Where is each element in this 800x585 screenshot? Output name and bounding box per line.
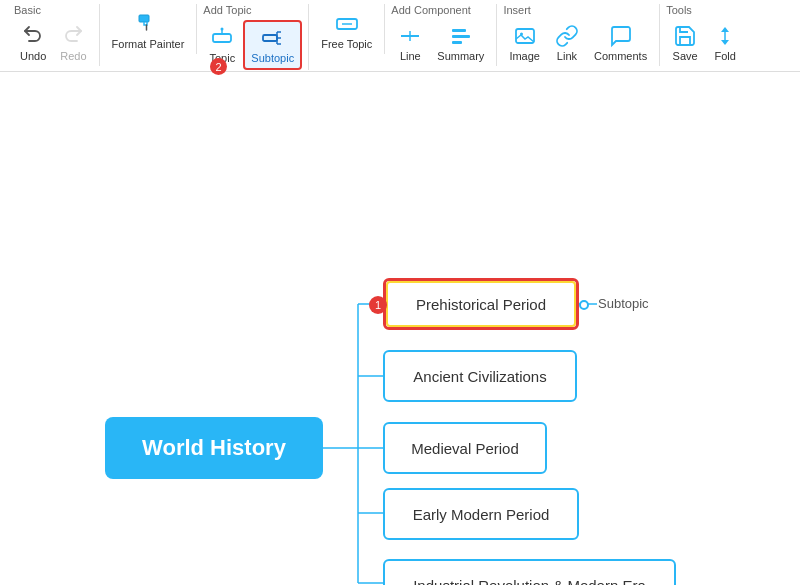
- prehistorical-label: Prehistorical Period: [416, 296, 546, 313]
- redo-button[interactable]: Redo: [54, 20, 92, 66]
- image-label: Image: [509, 50, 540, 62]
- toolbar-group-insert: Insert Image Link: [497, 4, 660, 66]
- early-modern-node[interactable]: Early Modern Period: [383, 488, 579, 540]
- redo-label: Redo: [60, 50, 86, 62]
- format-painter-label: Format Painter: [112, 38, 185, 50]
- subtopic-label: Subtopic: [251, 52, 294, 64]
- redo-icon: [61, 24, 85, 48]
- subtopic-badge: 2: [210, 58, 227, 75]
- summary-icon: [449, 24, 473, 48]
- subtopic-icon: [261, 26, 285, 50]
- toolbar-items-tools: Save Fold: [666, 20, 744, 66]
- early-modern-label: Early Modern Period: [413, 506, 550, 523]
- line-button[interactable]: Line: [391, 20, 429, 66]
- group-label-add-component: Add Component: [391, 4, 471, 16]
- link-label: Link: [557, 50, 577, 62]
- industrial-revolution-node[interactable]: Industrial Revolution & Modern Era: [383, 559, 676, 585]
- ancient-civilizations-node[interactable]: Ancient Civilizations: [383, 350, 577, 402]
- link-icon: [555, 24, 579, 48]
- group-label-basic: Basic: [14, 4, 41, 16]
- save-button[interactable]: Save: [666, 20, 704, 66]
- undo-button[interactable]: Undo: [14, 20, 52, 66]
- subtopic-dot: [579, 300, 589, 310]
- fold-label: Fold: [714, 50, 735, 62]
- svg-point-4: [221, 28, 224, 31]
- group-label-add-topic: Add Topic: [203, 4, 251, 16]
- toolbar-items-format: Format Painter: [106, 8, 191, 54]
- image-icon: [513, 24, 537, 48]
- format-painter-icon: [136, 12, 160, 36]
- line-icon: [398, 24, 422, 48]
- summary-button[interactable]: Summary: [431, 20, 490, 66]
- industrial-label: Industrial Revolution & Modern Era: [413, 577, 646, 586]
- svg-rect-15: [452, 35, 470, 38]
- topic-icon: [210, 26, 234, 50]
- prehistorical-inner: Prehistorical Period: [386, 281, 576, 327]
- world-history-node[interactable]: World History: [105, 417, 323, 479]
- free-topic-label: Free Topic: [321, 38, 372, 50]
- free-topic-icon: [335, 12, 359, 36]
- node-badge: 1: [369, 296, 387, 314]
- toolbar-group-add-component: Add Component Line Summary: [385, 4, 497, 66]
- toolbar-group-basic: Basic Undo Redo: [8, 4, 100, 66]
- svg-rect-14: [452, 29, 466, 32]
- save-icon: [673, 24, 697, 48]
- svg-rect-2: [213, 34, 231, 42]
- image-button[interactable]: Image: [503, 20, 546, 66]
- group-label-insert: Insert: [503, 4, 531, 16]
- prehistorical-node[interactable]: Prehistorical Period: [383, 278, 579, 330]
- comments-icon: [609, 24, 633, 48]
- toolbar-group-free-topic: Free Topic: [309, 4, 385, 54]
- medieval-label: Medieval Period: [411, 440, 519, 457]
- format-painter-button[interactable]: Format Painter: [106, 8, 191, 54]
- toolbar-items-add-component: Line Summary: [391, 20, 490, 66]
- save-label: Save: [673, 50, 698, 62]
- summary-label: Summary: [437, 50, 484, 62]
- comments-button[interactable]: Comments: [588, 20, 653, 66]
- toolbar-items-basic: Undo Redo: [14, 20, 93, 66]
- toolbar-items-free: Free Topic: [315, 8, 378, 54]
- toolbar-group-format: Format Painter: [100, 4, 198, 54]
- svg-rect-0: [139, 15, 149, 22]
- svg-rect-5: [263, 35, 277, 41]
- toolbar: Basic Undo Redo: [0, 0, 800, 72]
- fold-icon: [713, 24, 737, 48]
- toolbar-items-insert: Image Link Comments: [503, 20, 653, 66]
- fold-button[interactable]: Fold: [706, 20, 744, 66]
- ancient-label: Ancient Civilizations: [413, 368, 546, 385]
- svg-rect-16: [452, 41, 462, 44]
- subtopic-label: Subtopic: [598, 296, 649, 311]
- subtopic-button[interactable]: Subtopic: [243, 20, 302, 70]
- comments-label: Comments: [594, 50, 647, 62]
- group-label-tools: Tools: [666, 4, 692, 16]
- medieval-period-node[interactable]: Medieval Period: [383, 422, 547, 474]
- canvas: World History Prehistorical Period 1 Sub…: [0, 72, 800, 585]
- undo-icon: [21, 24, 45, 48]
- undo-label: Undo: [20, 50, 46, 62]
- free-topic-button[interactable]: Free Topic: [315, 8, 378, 54]
- world-history-label: World History: [142, 435, 286, 461]
- toolbar-group-tools: Tools Save Fold: [660, 4, 750, 66]
- link-button[interactable]: Link: [548, 20, 586, 66]
- line-label: Line: [400, 50, 421, 62]
